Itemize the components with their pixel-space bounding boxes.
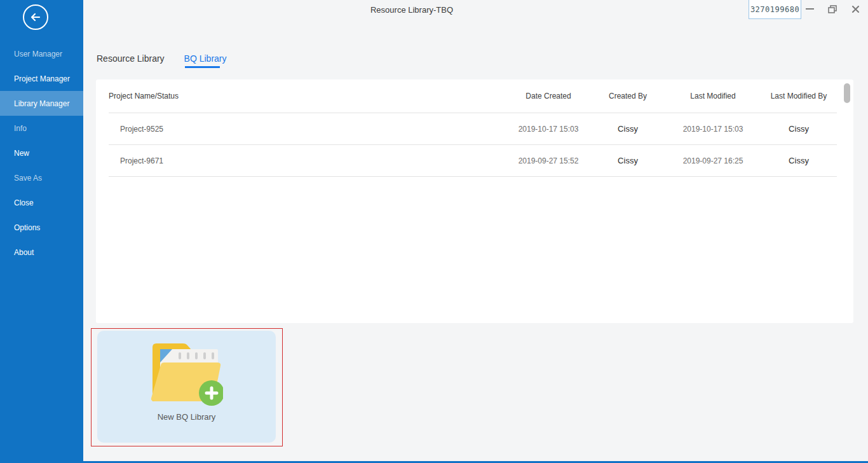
session-id-box[interactable]: 3270199680 xyxy=(749,0,801,19)
cell-created-by: Cissy xyxy=(595,124,661,134)
sidebar-item-save-as[interactable]: Save As xyxy=(0,165,83,190)
column-header-date-created: Date Created xyxy=(502,92,595,100)
back-arrow-icon xyxy=(29,11,42,24)
minimize-button[interactable] xyxy=(802,1,817,17)
cell-last-modified-by: Cissy xyxy=(765,124,832,134)
sidebar-item-project-manager[interactable]: Project Manager xyxy=(0,66,83,91)
new-bq-library-button[interactable]: New BQ Library xyxy=(97,331,276,443)
window-title: Resource Library-TBQ xyxy=(370,5,453,15)
cell-last-modified: 2019-10-17 15:03 xyxy=(661,125,765,134)
cell-last-modified: 2019-09-27 16:25 xyxy=(661,156,765,165)
library-table-panel: Project Name/Status Date Created Created… xyxy=(96,79,853,323)
scrollbar[interactable] xyxy=(844,82,850,321)
cell-project-name: Project-9671 xyxy=(109,156,502,165)
table-row[interactable]: Project-9671 2019-09-27 15:52 Cissy 2019… xyxy=(96,145,853,176)
sidebar-item-info[interactable]: Info xyxy=(0,116,83,141)
window-controls xyxy=(802,1,863,17)
cell-date-created: 2019-09-27 15:52 xyxy=(502,156,595,165)
tab-resource-library[interactable]: Resource Library xyxy=(97,53,165,64)
scrollbar-thumb[interactable] xyxy=(844,83,850,103)
cell-created-by: Cissy xyxy=(595,156,661,165)
sidebar-item-close[interactable]: Close xyxy=(0,190,83,215)
restore-icon xyxy=(828,5,837,13)
sidebar-item-user-manager[interactable]: User Manager xyxy=(0,41,83,66)
close-button[interactable] xyxy=(848,1,863,17)
sidebar-item-about[interactable]: About xyxy=(0,240,83,265)
sidebar-item-new[interactable]: New xyxy=(0,141,83,165)
sidebar: User Manager Project Manager Library Man… xyxy=(0,0,83,463)
close-icon xyxy=(851,5,860,13)
sidebar-menu: User Manager Project Manager Library Man… xyxy=(0,41,83,265)
column-header-project-name: Project Name/Status xyxy=(109,92,502,100)
tab-bar: Resource Library BQ Library xyxy=(97,53,227,64)
row-divider xyxy=(109,176,837,177)
back-button[interactable] xyxy=(23,4,48,30)
cell-date-created: 2019-10-17 15:03 xyxy=(502,125,595,134)
folder-plus-icon xyxy=(150,341,223,408)
column-header-last-modified-by: Last Modified By xyxy=(765,92,832,100)
column-header-created-by: Created By xyxy=(595,92,661,100)
new-bq-library-label: New BQ Library xyxy=(158,412,216,422)
sidebar-item-options[interactable]: Options xyxy=(0,215,83,240)
tab-bq-library[interactable]: BQ Library xyxy=(184,53,227,64)
table-header-row: Project Name/Status Date Created Created… xyxy=(96,79,853,113)
column-header-last-modified: Last Modified xyxy=(661,92,765,100)
cell-last-modified-by: Cissy xyxy=(765,156,832,165)
table-row[interactable]: Project-9525 2019-10-17 15:03 Cissy 2019… xyxy=(96,113,853,144)
sidebar-item-library-manager[interactable]: Library Manager xyxy=(0,91,83,116)
highlight-red-border: New BQ Library xyxy=(91,328,283,446)
minimize-icon xyxy=(806,8,814,10)
restore-button[interactable] xyxy=(825,1,840,17)
cell-project-name: Project-9525 xyxy=(109,125,502,134)
